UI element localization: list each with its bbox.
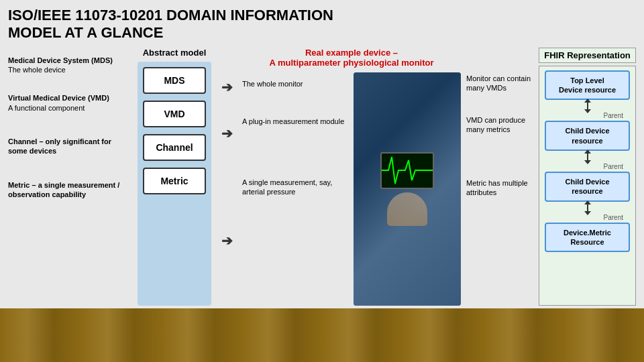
real-desc-mds: The whole monitor <box>242 72 350 109</box>
info-col: Monitor can contain many VMDs VMD can pr… <box>466 48 533 306</box>
left-descriptions: Medical Device System (MDS) The whole de… <box>8 48 132 306</box>
abstract-boxes: MDS VMD Channel Metric <box>138 62 211 306</box>
title-area: ISO/IEEE 11073-10201 DOMAIN INFORMATION … <box>8 7 636 42</box>
abstract-header: Abstract model <box>138 48 211 58</box>
abstract-model-col: Abstract model MDS VMD Channel Metric <box>138 48 211 306</box>
patient-silhouette <box>387 192 427 226</box>
arrow-metric: ➔ <box>217 217 237 264</box>
desc-vmd-bold: Virtual Medical Device (VMD) <box>8 94 109 102</box>
monitor-screen <box>380 152 434 189</box>
desc-metric-bold: Metric – a single measurement / observat… <box>8 181 119 198</box>
arrows-col: ➔ ➔ ➔ <box>217 48 237 306</box>
parent-label-3: Parent <box>604 214 623 221</box>
real-metric-text: A single measurement, say, arterial pres… <box>242 178 332 196</box>
fhir-connector-2 <box>587 152 588 162</box>
info-mds: Monitor can contain many VMDs <box>466 74 533 113</box>
main-content-area: ISO/IEEE 11073-10201 DOMAIN INFORMATION … <box>0 0 644 308</box>
real-mds-text: The whole monitor <box>242 80 303 88</box>
real-content: The whole monitor A plug-in measurement … <box>242 72 461 306</box>
fhir-header: FHIR Representation <box>539 48 636 63</box>
info-metric: Metric has multiple attributes <box>466 178 533 198</box>
real-example-header: Real example device – A multiparameter p… <box>242 48 461 68</box>
fhir-box-child2: Child Deviceresource <box>545 172 630 202</box>
desc-vmd-sub: A functional component <box>8 104 85 112</box>
content-grid: Medical Device System (MDS) The whole de… <box>8 48 636 306</box>
real-example-col: Real example device – A multiparameter p… <box>242 48 461 306</box>
desc-metric: Metric – a single measurement / observat… <box>8 175 132 200</box>
photo-simulation <box>354 72 461 306</box>
fhir-boxes: Top LevelDevice resource Parent Child De… <box>539 66 636 306</box>
info-vmd: VMD can produce many metrics <box>466 115 533 168</box>
real-vmd-text: A plug-in measurement module <box>242 117 344 125</box>
fhir-connector-3 <box>587 203 588 213</box>
desc-channel: Channel – only significant for some devi… <box>8 131 132 175</box>
desc-mds: Medical Device System (MDS) The whole de… <box>8 48 132 88</box>
desc-vmd: Virtual Medical Device (VMD) A functiona… <box>8 88 132 131</box>
arrow-vmd: ➔ <box>217 107 237 160</box>
parent-label-1: Parent <box>604 112 623 119</box>
ecg-waveform <box>382 154 433 188</box>
desc-channel-bold: Channel – only significant for some devi… <box>8 137 111 155</box>
desc-mds-sub: The whole device <box>8 66 66 74</box>
fhir-box-top-level: Top LevelDevice resource <box>545 70 630 101</box>
model-box-vmd: VMD <box>143 101 206 127</box>
fhir-box-child1: Child Deviceresource <box>545 121 630 151</box>
real-desc-metric: A single measurement, say, arterial pres… <box>242 178 350 197</box>
desc-mds-bold: Medical Device System (MDS) <box>8 56 113 64</box>
fhir-box-device-metric: Device.MetricResource <box>545 223 630 253</box>
real-desc-vmd: A plug-in measurement module <box>242 113 350 167</box>
parent-label-2: Parent <box>604 163 623 170</box>
floor-decoration <box>0 308 644 362</box>
model-box-metric: Metric <box>143 168 206 194</box>
model-box-mds: MDS <box>143 67 206 94</box>
photo-area <box>354 72 461 306</box>
real-descriptions: The whole monitor A plug-in measurement … <box>242 72 350 306</box>
page-title: ISO/IEEE 11073-10201 DOMAIN INFORMATION … <box>8 7 636 42</box>
model-box-channel: Channel <box>143 134 206 161</box>
arrow-mds: ➔ <box>217 68 237 107</box>
fhir-col: FHIR Representation Top LevelDevice reso… <box>539 48 636 306</box>
fhir-connector-1 <box>587 101 588 111</box>
